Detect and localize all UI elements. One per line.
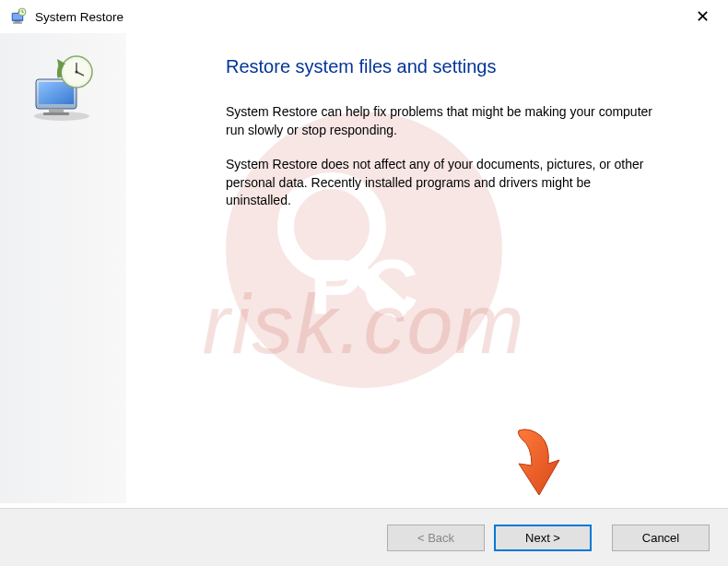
svg-point-20 — [75, 71, 77, 74]
intro-paragraph-1: System Restore can help fix problems tha… — [226, 103, 654, 139]
content-area: PC risk.com — [0, 33, 728, 503]
back-button: < Back — [387, 525, 485, 551]
svg-rect-2 — [15, 21, 20, 23]
cancel-button[interactable]: Cancel — [612, 525, 710, 551]
left-panel — [0, 33, 126, 503]
main-panel: Restore system files and settings System… — [126, 33, 728, 503]
close-button[interactable]: ✕ — [693, 7, 711, 26]
page-heading: Restore system files and settings — [226, 56, 673, 77]
button-bar: < Back Next > Cancel — [0, 508, 728, 566]
system-restore-large-icon — [27, 52, 100, 125]
svg-rect-15 — [43, 112, 69, 115]
window-title: System Restore — [35, 10, 123, 24]
titlebar: System Restore ✕ — [0, 0, 728, 33]
intro-paragraph-2: System Restore does not affect any of yo… — [226, 156, 654, 210]
svg-rect-3 — [13, 23, 22, 24]
svg-rect-14 — [49, 109, 64, 112]
system-restore-icon — [9, 7, 28, 26]
next-button[interactable]: Next > — [494, 525, 592, 551]
